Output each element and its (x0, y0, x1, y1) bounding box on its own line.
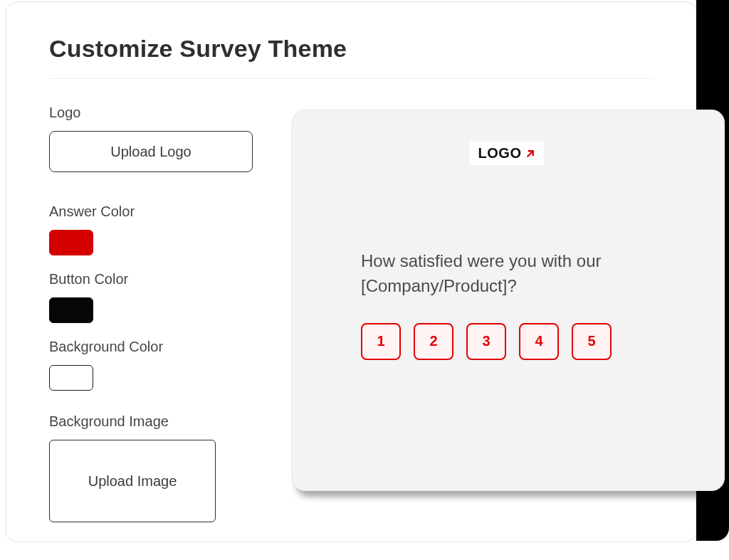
logo-label: Logo (49, 105, 277, 121)
rating-option-1[interactable]: 1 (361, 323, 401, 360)
background-image-label: Background Image (49, 413, 277, 430)
rating-option-4[interactable]: 4 (519, 323, 559, 360)
rating-option-2[interactable]: 2 (414, 323, 453, 360)
button-color-label: Button Color (49, 271, 277, 287)
arrow-up-right-icon (524, 147, 537, 160)
preview-rating-row: 1 2 3 4 5 (361, 323, 696, 360)
rating-option-5[interactable]: 5 (572, 323, 612, 360)
upload-image-button-label: Upload Image (88, 473, 177, 490)
upload-image-button[interactable]: Upload Image (49, 440, 216, 522)
answer-color-swatch[interactable] (49, 230, 93, 255)
background-color-label: Background Color (49, 339, 277, 355)
theme-controls: Logo Upload Logo Answer Color Button Col… (49, 105, 277, 522)
panel-title: Customize Survey Theme (49, 35, 653, 63)
rating-option-3[interactable]: 3 (466, 323, 506, 360)
preview-logo-text: LOGO (478, 145, 522, 162)
preview-logo-badge: LOGO (470, 142, 545, 165)
answer-color-label: Answer Color (49, 204, 277, 220)
preview-question-text: How satisfied were you with our [Company… (361, 249, 660, 299)
survey-preview-card: LOGO How satisfied were you with our [Co… (292, 110, 725, 491)
preview-logo-row: LOGO (318, 142, 696, 165)
background-color-swatch[interactable] (49, 365, 93, 391)
button-color-swatch[interactable] (49, 297, 93, 323)
upload-logo-button[interactable]: Upload Logo (49, 131, 253, 172)
panel-divider (49, 78, 653, 79)
